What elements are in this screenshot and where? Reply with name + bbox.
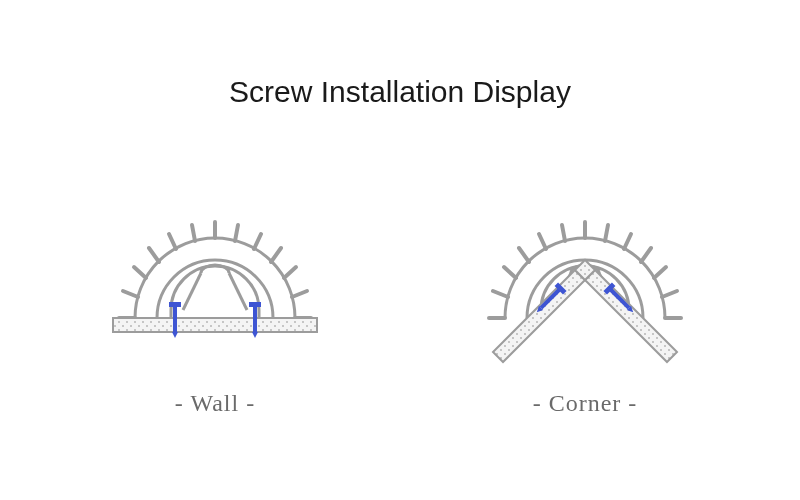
svg-line-35 (654, 267, 666, 278)
svg-rect-17 (169, 302, 181, 307)
page-title: Screw Installation Display (0, 75, 800, 109)
svg-line-36 (662, 291, 677, 297)
svg-line-4 (123, 291, 138, 297)
svg-line-11 (254, 234, 261, 249)
caption-wall: - Wall - (175, 390, 255, 417)
svg-line-13 (284, 267, 296, 278)
wall-illustration (85, 200, 345, 370)
svg-rect-20 (249, 302, 261, 307)
svg-line-7 (169, 234, 176, 249)
svg-line-14 (292, 291, 307, 297)
bristle-ticks (119, 222, 311, 318)
svg-line-28 (519, 248, 529, 262)
svg-line-30 (562, 225, 565, 241)
svg-line-34 (641, 248, 651, 262)
panel-corner: - Corner - (455, 200, 715, 417)
svg-line-33 (624, 234, 631, 249)
svg-line-32 (605, 225, 608, 241)
svg-line-29 (539, 234, 546, 249)
wall-strip (113, 318, 317, 332)
svg-marker-21 (252, 332, 258, 338)
corner-illustration (455, 200, 715, 370)
svg-line-6 (149, 248, 159, 262)
svg-line-10 (235, 225, 238, 241)
broom-top-semicircle (201, 265, 229, 273)
svg-marker-18 (172, 332, 178, 338)
panel-wall: - Wall - (85, 200, 345, 417)
svg-line-26 (493, 291, 508, 297)
svg-line-5 (134, 267, 146, 278)
svg-line-8 (192, 225, 195, 241)
svg-line-27 (504, 267, 516, 278)
caption-corner: - Corner - (533, 390, 638, 417)
panels-row: - Wall - (0, 200, 800, 417)
svg-line-12 (271, 248, 281, 262)
